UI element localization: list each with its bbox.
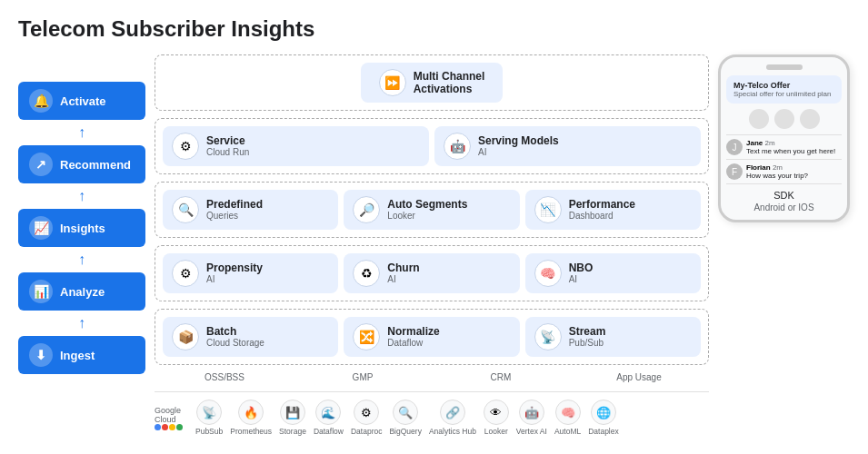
auto-segments-icon: 🔎 bbox=[353, 196, 380, 223]
service-icon: ⚙ bbox=[172, 133, 199, 160]
service-dataproc: ⚙ Dataproc bbox=[351, 400, 383, 436]
arrow-activate-recommend: ↑ bbox=[18, 125, 145, 140]
chat-florian-name: Florian 2m bbox=[746, 163, 808, 172]
normalize-box: 🔀 Normalize Dataflow bbox=[344, 317, 519, 357]
predefined-icon: 🔍 bbox=[172, 196, 199, 223]
sidebar-item-insights[interactable]: 📈 Insights bbox=[18, 209, 145, 247]
sidebar: 🔔 Activate ↑ ↗ Recommend ↑ 📈 Insights ↑ … bbox=[18, 82, 145, 374]
phone-divider-2 bbox=[726, 159, 842, 160]
phone-frame: My-Telco Offer Special offer for unlimit… bbox=[718, 54, 850, 222]
multi-channel-box: ⏩ Multi Channel Activations bbox=[361, 63, 504, 103]
performance-icon: 📉 bbox=[534, 196, 562, 223]
chat-jane-msg: Text me when you get here! bbox=[746, 147, 835, 155]
insights-section: 🔍 Predefined Queries 🔎 Auto Segments Loo… bbox=[155, 182, 709, 238]
batch-box: 📦 Batch Cloud Storage bbox=[163, 317, 338, 357]
churn-box: ♻ Churn AI bbox=[344, 253, 519, 293]
predefined-box: 🔍 Predefined Queries bbox=[163, 190, 338, 230]
circle-3 bbox=[800, 109, 820, 129]
circle-2 bbox=[774, 109, 794, 129]
stream-sub: Pub/Sub bbox=[569, 338, 606, 349]
service-bigquery: 🔍 BigQuery bbox=[389, 400, 421, 436]
vertex-ai-icon: 🤖 bbox=[519, 400, 544, 425]
nbo-box: 🧠 NBO AI bbox=[525, 253, 701, 293]
propensity-box: ⚙ Propensity AI bbox=[163, 253, 338, 293]
ingest-section: 📦 Batch Cloud Storage 🔀 Normalize Datafl… bbox=[155, 309, 709, 365]
auto-segments-sub: Looker bbox=[387, 211, 467, 222]
multi-channel-name: Multi Channel Activations bbox=[414, 70, 485, 96]
label-appusage: App Usage bbox=[573, 372, 705, 382]
performance-name: Performance bbox=[569, 198, 635, 211]
activate-section: ⏩ Multi Channel Activations bbox=[155, 54, 709, 111]
auto-segments-name: Auto Segments bbox=[387, 198, 467, 211]
dataflow-icon: 🌊 bbox=[315, 400, 341, 425]
nbo-name: NBO bbox=[569, 262, 594, 274]
auto-segments-box: 🔎 Auto Segments Looker bbox=[344, 190, 519, 230]
service-analytics-hub: 🔗 Analytics Hub bbox=[429, 400, 476, 436]
performance-box: 📉 Performance Dashboard bbox=[525, 190, 701, 230]
gc-dot-blue bbox=[155, 424, 161, 430]
phone-divider-1 bbox=[726, 134, 842, 135]
sidebar-item-ingest[interactable]: ⬇ Ingest bbox=[18, 336, 145, 374]
circle-1 bbox=[749, 109, 769, 129]
normalize-sub: Dataflow bbox=[387, 338, 439, 349]
performance-sub: Dashboard bbox=[569, 211, 635, 222]
storage-icon: 💾 bbox=[280, 400, 305, 425]
main-content: 🔔 Activate ↑ ↗ Recommend ↑ 📈 Insights ↑ … bbox=[18, 54, 850, 436]
bigquery-icon: 🔍 bbox=[393, 400, 418, 425]
sidebar-item-analyze[interactable]: 📊 Analyze bbox=[18, 272, 145, 311]
service-storage: 💾 Storage bbox=[279, 400, 306, 436]
nbo-sub: AI bbox=[569, 274, 594, 285]
phone-chat-jane: J Jane 2m Text me when you get here! bbox=[726, 139, 842, 155]
analyze-section: ⚙ Propensity AI ♻ Churn AI bbox=[155, 245, 709, 301]
analytics-hub-icon: 🔗 bbox=[440, 400, 465, 425]
service-pubsub: 📡 PubSub bbox=[195, 400, 223, 436]
phone-mockup: My-Telco Offer Special offer for unlimit… bbox=[718, 54, 850, 222]
analyze-icon: 📊 bbox=[29, 280, 53, 303]
service-sub: Cloud Run bbox=[206, 147, 249, 158]
ingest-icon: ⬇ bbox=[29, 343, 53, 367]
propensity-name: Propensity bbox=[206, 262, 263, 274]
serving-models-sub: AI bbox=[478, 147, 559, 158]
serving-models-icon: 🤖 bbox=[444, 133, 471, 160]
serving-models-box: 🤖 Serving Models AI bbox=[434, 126, 701, 166]
page-title: Telecom Subscriber Insights bbox=[18, 16, 850, 42]
phone-platform-label: Android or IOS bbox=[726, 202, 842, 212]
arrow-recommend-insights: ↑ bbox=[18, 189, 145, 203]
google-cloud-logo: Google Cloud bbox=[155, 406, 183, 430]
serving-models-name: Serving Models bbox=[478, 134, 559, 147]
dataplex-icon: 🌐 bbox=[591, 400, 616, 425]
arrow-analyze-ingest: ↑ bbox=[18, 316, 145, 331]
avatar-jane: J bbox=[726, 139, 743, 155]
pubsub-icon: 📡 bbox=[196, 400, 222, 425]
phone-divider-3 bbox=[726, 183, 842, 184]
gc-dot-green bbox=[176, 424, 183, 430]
batch-sub: Cloud Storage bbox=[206, 338, 264, 349]
automl-icon: 🧠 bbox=[555, 400, 581, 425]
service-prometheus: 🔥 Prometheus bbox=[230, 400, 272, 436]
sidebar-item-recommend[interactable]: ↗ Recommend bbox=[18, 145, 145, 183]
chat-florian-msg: How was your trip? bbox=[746, 172, 808, 180]
label-crm: CRM bbox=[434, 372, 567, 382]
service-looker: 👁 Looker bbox=[484, 400, 509, 436]
churn-sub: AI bbox=[387, 274, 419, 285]
notif-subtitle: Special offer for unlimited plan bbox=[733, 90, 834, 98]
service-automl: 🧠 AutoML bbox=[554, 400, 581, 436]
sidebar-item-activate[interactable]: 🔔 Activate bbox=[18, 82, 145, 120]
normalize-name: Normalize bbox=[387, 325, 439, 338]
service-cloud-run-box: ⚙ Service Cloud Run bbox=[163, 126, 429, 166]
propensity-icon: ⚙ bbox=[172, 260, 199, 287]
phone-notch bbox=[766, 64, 803, 70]
gc-dot-yellow bbox=[169, 424, 175, 430]
activate-icon: 🔔 bbox=[29, 89, 53, 113]
label-ossbss: OSS/BSS bbox=[158, 372, 291, 382]
phone-notification: My-Telco Offer Special offer for unlimit… bbox=[726, 75, 842, 104]
normalize-icon: 🔀 bbox=[353, 323, 380, 350]
churn-name: Churn bbox=[387, 262, 419, 274]
service-dataplex: 🌐 Dataplex bbox=[588, 400, 619, 436]
looker-icon: 👁 bbox=[484, 400, 509, 425]
phone-chat-florian: F Florian 2m How was your trip? bbox=[726, 163, 842, 180]
service-vertex-ai: 🤖 Vertex AI bbox=[516, 400, 547, 436]
service-dataflow: 🌊 Dataflow bbox=[314, 400, 344, 436]
insights-icon: 📈 bbox=[29, 216, 53, 240]
arrow-insights-analyze: ↑ bbox=[18, 252, 145, 267]
